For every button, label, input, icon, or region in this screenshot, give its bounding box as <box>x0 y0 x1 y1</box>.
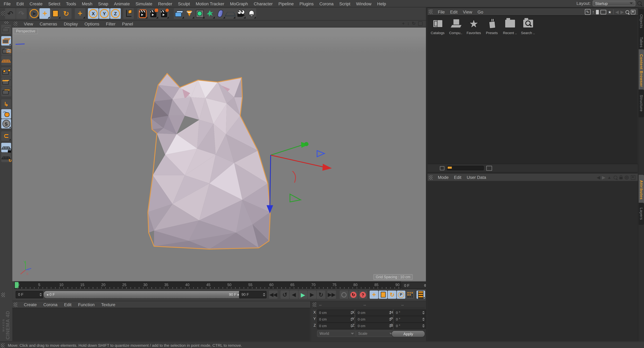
thumbnail-small-icon[interactable] <box>440 166 444 170</box>
texture-mode-button[interactable] <box>1 46 11 55</box>
deformer-button[interactable] <box>215 8 226 19</box>
render-settings-button[interactable] <box>158 8 169 19</box>
keyframe-pla-button[interactable] <box>406 290 414 299</box>
menu-render[interactable]: Render <box>158 1 172 6</box>
panel-divider[interactable] <box>426 8 427 341</box>
cb-item-recent[interactable]: Recent .. <box>502 17 518 35</box>
menu-sculpt[interactable]: Sculpt <box>178 1 190 6</box>
motion-system-button[interactable] <box>416 290 425 299</box>
bottom-menu-texture[interactable]: Texture <box>101 302 116 307</box>
record-button[interactable]: ↻ <box>349 290 358 299</box>
viewport-menu-filter[interactable]: Filter <box>106 22 116 26</box>
enable-snap-button[interactable]: U <box>1 131 11 141</box>
lock-icon[interactable] <box>619 177 622 179</box>
layout-dropdown[interactable]: Startup <box>592 0 635 6</box>
light-button[interactable] <box>246 8 256 19</box>
menu-mograph[interactable]: MoGraph <box>230 1 248 6</box>
attr-menu-user-data[interactable]: User Data <box>467 175 486 180</box>
menu-character[interactable]: Character <box>254 1 273 6</box>
points-mode-button[interactable] <box>1 67 11 77</box>
enable-axis-button[interactable]: ↳ <box>1 99 11 109</box>
rot-b-field[interactable]: 0 ° <box>394 322 426 329</box>
size-mode-dropdown[interactable]: Scale <box>356 330 395 337</box>
dolly-icon[interactable]: ↕ <box>407 21 409 26</box>
workplane-mode-button[interactable] <box>1 56 11 65</box>
bottom-menu-edit[interactable]: Edit <box>64 302 72 307</box>
pos-y-field[interactable]: 0 cm <box>317 316 354 322</box>
cb-item-catalogs[interactable]: Catalogs <box>429 17 446 35</box>
menu-plugins[interactable]: Plugins <box>300 1 314 6</box>
live-selection-tool[interactable]: ➤ <box>29 8 40 19</box>
thumbnail-large-icon[interactable] <box>486 166 492 170</box>
menu-simulate[interactable]: Simulate <box>136 1 152 6</box>
size-z-field[interactable]: 0 cm <box>356 322 392 329</box>
tweak-mode-button[interactable] <box>1 109 11 118</box>
mograph-button[interactable] <box>204 8 215 19</box>
cursor-icon[interactable]: ▲ <box>607 175 611 180</box>
question-button[interactable]: ? <box>358 290 367 299</box>
soft-selection-button[interactable]: S <box>1 119 11 128</box>
go-to-start-button[interactable]: ◀◀ <box>269 290 278 299</box>
model-mode-button[interactable] <box>1 36 11 46</box>
tab-attributes[interactable]: Attributes <box>639 175 644 205</box>
previous-key-button[interactable]: ↺ <box>280 290 289 299</box>
thumbnail-size-slider[interactable] <box>447 166 484 170</box>
camera-button[interactable] <box>235 8 246 19</box>
spinner-icon[interactable] <box>263 293 266 296</box>
toolbar-grip[interactable] <box>1 11 4 16</box>
lock-x-axis-button[interactable]: X <box>88 8 98 19</box>
attr-menu-edit[interactable]: Edit <box>454 175 461 180</box>
viewport[interactable]: Perspective Grid Spacing : 10 cm <box>12 28 426 282</box>
scale-tool[interactable] <box>50 8 61 19</box>
lock-y-axis-button[interactable]: Y <box>99 8 110 19</box>
menu-snap[interactable]: Snap <box>98 1 108 6</box>
cat-model[interactable] <box>148 74 270 249</box>
cb-item-computer[interactable]: Compu.. <box>447 17 464 35</box>
cb-menu-edit[interactable]: Edit <box>450 9 458 14</box>
menu-window[interactable]: Window <box>356 1 372 6</box>
viewport-menu-panel[interactable]: Panel <box>122 22 133 26</box>
tab-structure[interactable]: Structure <box>639 90 644 118</box>
floor-button[interactable] <box>225 8 236 19</box>
cb-item-presets[interactable]: Presets <box>484 17 500 35</box>
presets-icon[interactable] <box>596 10 599 14</box>
rotate-tool[interactable]: ↻ <box>61 8 72 19</box>
menu-script[interactable]: Script <box>339 1 350 6</box>
menu-motion-tracker[interactable]: Motion Tracker <box>196 1 224 6</box>
menu-corona[interactable]: Corona <box>319 1 334 6</box>
coord-system-dropdown[interactable]: World <box>317 330 356 337</box>
coordinate-system-button[interactable] <box>123 8 134 19</box>
edit-icon[interactable]: ✎ <box>585 9 590 15</box>
tab-content-browser[interactable]: Content Browser <box>639 49 644 92</box>
polygons-mode-button[interactable] <box>1 87 11 96</box>
favorites-icon[interactable]: ★ <box>608 10 612 14</box>
keyframe-parameter-button[interactable]: P <box>397 290 405 299</box>
search-icon[interactable] <box>613 176 617 179</box>
menu-select[interactable]: Select <box>48 1 60 6</box>
cb-menu-view[interactable]: View <box>463 9 472 14</box>
menu-file[interactable]: File <box>4 1 11 6</box>
keyframe-rotation-button[interactable]: ↻ <box>388 290 396 299</box>
size-y-field[interactable]: 0 cm <box>356 316 392 322</box>
mode-toolbar-grip[interactable] <box>4 22 9 24</box>
play-button[interactable]: ▶ <box>298 290 307 299</box>
status-grip[interactable] <box>1 343 4 347</box>
menu-pipeline[interactable]: Pipeline <box>278 1 294 6</box>
cb-menu-go[interactable]: Go <box>478 9 483 14</box>
axis-gizmo[interactable] <box>266 142 332 213</box>
menu-mesh[interactable]: Mesh <box>82 1 92 6</box>
range-left-arrow-icon[interactable]: ◂ <box>46 293 48 297</box>
attributes-grip[interactable] <box>429 175 432 180</box>
viewport-menu-options[interactable]: Options <box>84 22 99 26</box>
viewport-menu-cameras[interactable]: Cameras <box>40 22 57 26</box>
viewport-menu-display[interactable]: Display <box>64 22 78 26</box>
back-icon[interactable]: ◀ <box>615 9 619 14</box>
add-cube-button[interactable] <box>174 8 184 19</box>
forward-icon[interactable]: ▶ <box>620 9 624 14</box>
pan-icon[interactable]: + <box>402 21 405 26</box>
bottom-menu-corona[interactable]: Corona <box>44 302 58 307</box>
cb-item-favorites[interactable]: ★ Favorites <box>466 17 482 35</box>
target-icon[interactable]: ◎ <box>624 174 629 180</box>
back-icon[interactable]: ◀ <box>597 175 600 180</box>
workplane-alignment-button[interactable]: ↻ <box>1 152 11 162</box>
